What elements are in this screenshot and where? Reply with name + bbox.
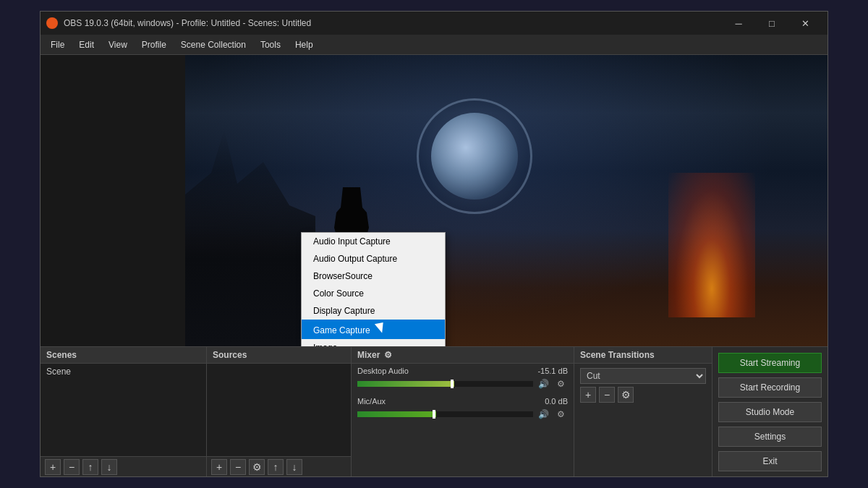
sources-toolbar: + − ⚙ ↑ ↓ [207,456,351,476]
minimize-button[interactable]: ─ [722,12,755,35]
transition-toolbar: + − ⚙ [580,387,706,403]
desktop-audio-db: -15.1 dB [537,367,568,375]
desktop-audio-handle[interactable] [451,380,454,388]
preview-area: Audio Input Capture Audio Output Capture… [41,55,827,346]
sources-panel-header: Sources [207,347,351,364]
menu-file[interactable]: File [43,37,72,53]
desktop-audio-name: Desktop Audio [357,367,409,375]
desktop-audio-settings[interactable]: ⚙ [553,377,568,391]
mic-aux-bar[interactable] [357,411,533,417]
transition-remove-button[interactable]: − [599,387,615,403]
main-content: Audio Input Capture Audio Output Capture… [41,55,827,476]
mixer-title: Mixer [357,350,380,360]
controls-panel: Start Streaming Start Recording Studio M… [712,347,827,476]
context-menu-item-display[interactable]: Display Capture [302,302,445,320]
mic-aux-db: 0.0 dB [545,397,568,406]
maximize-button[interactable]: □ [755,12,788,35]
fire-effect [668,173,755,317]
source-gear-button[interactable]: ⚙ [249,459,265,475]
context-menu: Audio Input Capture Audio Output Capture… [301,232,446,346]
desktop-audio-controls: 🔊 ⚙ [357,377,568,391]
menu-bar: File Edit View Profile Scene Collection … [41,35,827,55]
mic-aux-handle[interactable] [433,410,435,419]
window-controls: ─ □ ✕ [722,12,822,35]
context-menu-item-game[interactable]: Game Capture [302,320,445,339]
scene-item[interactable]: Scene [41,364,206,380]
scene-add-button[interactable]: + [45,459,61,475]
context-menu-item-image[interactable]: Image [302,339,445,346]
mic-aux-channel: Mic/Aux 0.0 dB 🔊 ⚙ [352,394,574,424]
menu-tools[interactable]: Tools [253,37,288,53]
dark-sidebar [41,55,185,346]
moon-visual [417,98,532,214]
context-menu-item-audio-output[interactable]: Audio Output Capture [302,250,445,267]
panels-row: Scenes Scene + − ↑ ↓ Sources [41,346,827,476]
menu-help[interactable]: Help [288,37,320,53]
source-add-button[interactable]: + [211,459,227,475]
transitions-header: Scene Transitions [574,347,712,364]
scene-remove-button[interactable]: − [64,459,80,475]
menu-edit[interactable]: Edit [72,37,101,53]
scenes-list: Scene [41,364,206,456]
menu-profile[interactable]: Profile [135,37,174,53]
transitions-content: Cut Fade Swipe Slide + − ⚙ [574,364,712,476]
cursor-icon [375,322,385,334]
bottom-panel: Scenes Scene + − ↑ ↓ Sources [41,346,827,476]
scenes-toolbar: + − ↑ ↓ [41,456,206,476]
context-menu-item-browser[interactable]: BrowserSource [302,267,445,285]
moon-inner [431,113,518,200]
sources-list [207,364,351,456]
title-bar: OBS 19.0.3 (64bit, windows) - Profile: U… [41,12,827,35]
start-recording-button[interactable]: Start Recording [718,377,822,398]
obs-window: OBS 19.0.3 (64bit, windows) - Profile: U… [40,11,828,477]
context-menu-item-audio-input[interactable]: Audio Input Capture [302,233,445,250]
mixer-gear-icon[interactable]: ⚙ [384,350,392,360]
transition-add-button[interactable]: + [580,387,596,403]
source-up-button[interactable]: ↑ [268,459,284,475]
desktop-audio-fill [357,381,454,387]
desktop-audio-channel: Desktop Audio -15.1 dB 🔊 ⚙ [352,364,574,394]
mic-aux-mute[interactable]: 🔊 [536,407,550,421]
scene-up-button[interactable]: ↑ [82,459,98,475]
context-menu-item-color[interactable]: Color Source [302,285,445,302]
mic-aux-name-row: Mic/Aux 0.0 dB [357,397,568,406]
mic-aux-controls: 🔊 ⚙ [357,407,568,421]
transition-gear-button[interactable]: ⚙ [618,387,634,403]
mic-aux-name: Mic/Aux [357,397,386,406]
menu-scene-collection[interactable]: Scene Collection [174,37,253,53]
desktop-audio-mute[interactable]: 🔊 [536,377,550,391]
window-title: OBS 19.0.3 (64bit, windows) - Profile: U… [64,18,722,28]
scenes-panel-header: Scenes [41,347,206,364]
transition-select-row: Cut Fade Swipe Slide [580,368,706,384]
transition-select[interactable]: Cut Fade Swipe Slide [580,368,706,384]
mic-aux-settings[interactable]: ⚙ [553,407,568,421]
sources-panel: Sources + − ⚙ ↑ ↓ [207,347,352,476]
game-preview [185,55,827,346]
desktop-audio-name-row: Desktop Audio -15.1 dB [357,367,568,375]
mixer-header: Mixer ⚙ [352,347,574,364]
exit-button[interactable]: Exit [718,451,822,471]
source-remove-button[interactable]: − [230,459,246,475]
mixer-panel: Mixer ⚙ Desktop Audio -15.1 dB [352,347,574,476]
start-streaming-button[interactable]: Start Streaming [718,353,822,373]
menu-view[interactable]: View [101,37,135,53]
studio-mode-button[interactable]: Studio Mode [718,402,822,422]
close-button[interactable]: ✕ [788,12,822,35]
desktop-audio-bar[interactable] [357,381,533,387]
settings-button[interactable]: Settings [718,427,822,447]
obs-icon [46,17,58,29]
transitions-panel: Scene Transitions Cut Fade Swipe Slide + [574,347,712,476]
source-down-button[interactable]: ↓ [286,459,302,475]
scenes-panel: Scenes Scene + − ↑ ↓ [41,347,207,476]
mic-aux-fill [357,411,436,417]
scene-down-button[interactable]: ↓ [101,459,117,475]
